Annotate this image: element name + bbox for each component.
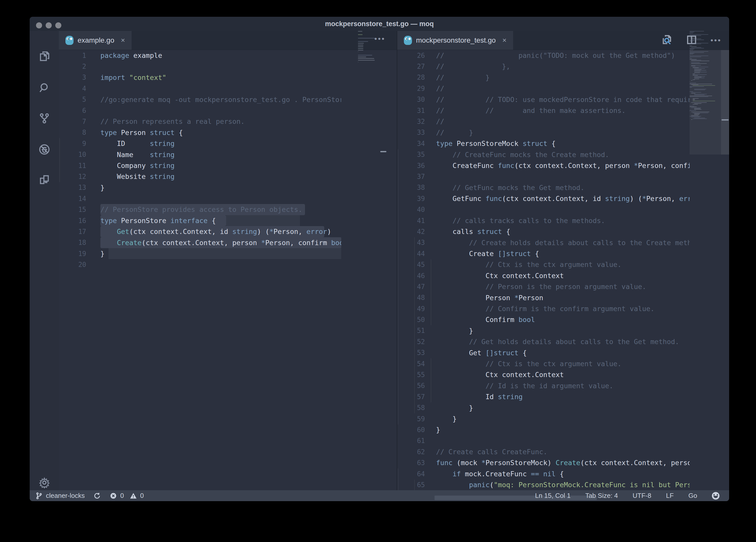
line-number: 11 bbox=[59, 162, 100, 169]
line-number: 43 bbox=[397, 239, 436, 246]
encoding-setting[interactable]: UTF-8 bbox=[633, 492, 651, 500]
code-line: 61 bbox=[397, 435, 729, 446]
line-number: 5 bbox=[59, 96, 100, 103]
code-line: 19} bbox=[59, 248, 397, 259]
code-line: 64 if mock.CreateFunc == nil { bbox=[397, 468, 729, 479]
minimap[interactable] bbox=[690, 31, 721, 173]
code-line: 12 Website string bbox=[59, 171, 397, 182]
vertical-scrollbar-thumb[interactable] bbox=[721, 50, 729, 154]
code-line: 29// bbox=[397, 83, 729, 94]
tab-label: example.go bbox=[78, 36, 114, 44]
line-number: 59 bbox=[397, 415, 436, 423]
code-line: 58 } bbox=[397, 403, 729, 413]
code-line: 16type PersonStore interface { bbox=[59, 215, 397, 226]
line-number: 9 bbox=[59, 140, 100, 147]
line-number: 37 bbox=[397, 173, 436, 180]
line-number: 41 bbox=[397, 217, 436, 224]
horizontal-scrollbar-thumb[interactable] bbox=[435, 496, 597, 500]
more-editor-actions-icon[interactable]: ••• bbox=[374, 34, 385, 43]
feedback-smiley-icon[interactable] bbox=[712, 492, 719, 500]
line-number: 2 bbox=[59, 63, 100, 70]
search-icon[interactable] bbox=[38, 82, 50, 94]
code-line: 33// } bbox=[397, 127, 729, 138]
code-line: 40 bbox=[397, 204, 729, 215]
code-line: 57 Id string bbox=[397, 391, 729, 402]
code-line: 48 Person *Person bbox=[397, 292, 729, 303]
line-number: 12 bbox=[59, 173, 100, 180]
code-line: 39 GetFunc func(ctx context.Context, id … bbox=[397, 193, 729, 204]
minimap[interactable] bbox=[358, 31, 376, 69]
screenshot-stage: mockpersonstore_test.go — moq bbox=[0, 0, 756, 542]
line-number: 8 bbox=[59, 129, 100, 136]
source-control-icon[interactable] bbox=[38, 112, 50, 124]
code-line: 8type Person struct { bbox=[59, 127, 397, 138]
line-number: 49 bbox=[397, 305, 436, 313]
code-line: 17 Get(ctx context.Context, id string) (… bbox=[59, 226, 397, 237]
line-number: 61 bbox=[397, 437, 436, 445]
code-line: 11 Company string bbox=[59, 160, 397, 171]
search-in-file-icon[interactable] bbox=[662, 34, 673, 46]
language-mode[interactable]: Go bbox=[688, 492, 697, 500]
code-line: 32// bbox=[397, 116, 729, 127]
close-tab-icon[interactable]: × bbox=[502, 36, 506, 44]
line-number: 35 bbox=[397, 151, 436, 158]
line-number: 38 bbox=[397, 184, 436, 191]
code-line: 18 Create(ctx context.Context, person *P… bbox=[59, 237, 397, 248]
sync-button[interactable] bbox=[93, 492, 101, 500]
go-gopher-icon bbox=[65, 36, 74, 45]
tab-mockpersonstore-test-go[interactable]: mockpersonstore_test.go × bbox=[397, 31, 513, 50]
code-line: 35 // CreateFunc mocks the Create method… bbox=[397, 149, 729, 160]
code-line: 15// PersonStore provides access to Pers… bbox=[59, 204, 397, 215]
code-line: 9 ID string bbox=[59, 138, 397, 149]
line-number: 55 bbox=[397, 371, 436, 379]
line-number: 57 bbox=[397, 393, 436, 401]
debug-icon[interactable] bbox=[38, 143, 50, 155]
line-number: 56 bbox=[397, 382, 436, 390]
line-number: 28 bbox=[397, 74, 436, 81]
eol-setting[interactable]: LF bbox=[666, 492, 674, 500]
line-number: 13 bbox=[59, 184, 100, 191]
code-editor-mockpersonstore-test-go[interactable]: 26// panic("TODO: mock out the Get metho… bbox=[397, 50, 729, 490]
code-line: 62// Create calls CreateFunc. bbox=[397, 446, 729, 457]
line-number: 63 bbox=[397, 459, 436, 467]
line-number: 51 bbox=[397, 327, 436, 335]
line-number: 6 bbox=[59, 107, 100, 114]
code-line: 55 Ctx context.Context bbox=[397, 369, 729, 380]
code-line: 50 Confirm bool bbox=[397, 314, 729, 325]
code-line: 46 Ctx context.Context bbox=[397, 270, 729, 281]
code-line: 65 panic("moq: PersonStoreMock.CreateFun… bbox=[397, 479, 729, 490]
explorer-icon[interactable] bbox=[38, 50, 50, 62]
overview-ruler-mark bbox=[722, 119, 729, 120]
tab-label: mockpersonstore_test.go bbox=[416, 36, 496, 44]
line-number: 62 bbox=[397, 448, 436, 456]
line-number: 45 bbox=[397, 261, 436, 268]
code-line: 10 Name string bbox=[59, 149, 397, 160]
line-number: 7 bbox=[59, 118, 100, 125]
line-number: 10 bbox=[59, 151, 100, 158]
code-line: 5//go:generate moq -out mockpersonstore_… bbox=[59, 94, 397, 105]
line-number: 33 bbox=[397, 129, 436, 136]
line-number: 20 bbox=[59, 261, 100, 268]
code-line: 63func (mock *PersonStoreMock) Create(ct… bbox=[397, 457, 729, 468]
code-line: 34type PersonStoreMock struct { bbox=[397, 138, 729, 149]
code-line: 6 bbox=[59, 105, 397, 116]
git-branch-status[interactable]: cleaner-locks bbox=[35, 492, 85, 500]
title-bar[interactable]: mockpersonstore_test.go — moq bbox=[30, 17, 729, 31]
code-line: 4 bbox=[59, 83, 397, 94]
code-editor-example-go[interactable]: 1package example23import "context"45//go… bbox=[59, 50, 397, 490]
tab-strip-right: mockpersonstore_test.go × ••• bbox=[397, 31, 729, 50]
extensions-icon[interactable] bbox=[38, 173, 50, 186]
code-line: 44 Create []struct { bbox=[397, 248, 729, 259]
close-tab-icon[interactable]: × bbox=[121, 36, 125, 44]
problems-status[interactable]: 0 0 bbox=[110, 492, 144, 500]
activity-bar bbox=[30, 31, 59, 490]
tab-example-go[interactable]: example.go × bbox=[59, 31, 132, 50]
line-number: 40 bbox=[397, 206, 436, 213]
line-number: 32 bbox=[397, 118, 436, 125]
code-line: 42 calls struct { bbox=[397, 226, 729, 237]
code-line: 47 // Person is the person argument valu… bbox=[397, 281, 729, 292]
code-line: 1package example bbox=[59, 50, 397, 61]
settings-gear-icon[interactable] bbox=[38, 477, 50, 489]
line-number: 64 bbox=[397, 470, 436, 478]
line-number: 1 bbox=[59, 52, 100, 59]
